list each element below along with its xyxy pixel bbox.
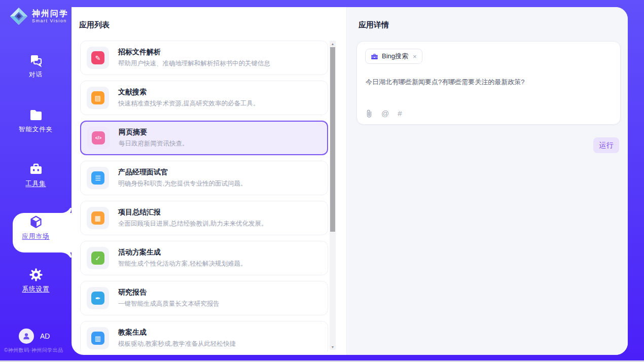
app-card-web-summary[interactable]: </> 网页摘要 每日政府新闻资讯快查。 — [80, 121, 328, 155]
sidebar-item-label: 应用市场 — [0, 232, 71, 241]
app-subtitle: 全面回顾项目进展,总结经验教训,助力未来优化发展。 — [118, 220, 267, 228]
app-title: 产品经理面试官 — [118, 168, 246, 177]
app-icon-tile: ✓ — [87, 247, 109, 269]
app-list: ✎ 招标文件解析 帮助用户快速、准确地理解和解析招标书中的关键信息 ▤ 文献搜索… — [80, 41, 328, 352]
app-icon-tile: ▤ — [87, 87, 109, 109]
scrollbar-thumb[interactable] — [330, 47, 335, 232]
sidebar-item-toolset[interactable]: 工具集 — [0, 162, 71, 199]
app-card-project-summary[interactable]: ▦ 项目总结汇报 全面回顾项目进展,总结经验教训,助力未来优化发展。 — [80, 201, 328, 235]
research-pen-icon: ✒ — [91, 292, 104, 305]
app-card-pm-interviewer[interactable]: ☰ 产品经理面试官 明确身份和职责,为您提供专业性的面试问题。 — [80, 161, 328, 195]
main-content-card: 应用列表 ✎ 招标文件解析 帮助用户快速、准确地理解和解析招标书中的关键信息 ▤… — [71, 7, 628, 355]
tool-chip-bing-search[interactable]: Bing搜索 × — [365, 49, 422, 64]
app-title: 教案生成 — [118, 328, 236, 337]
brand-subtitle: Smart Vision — [32, 18, 68, 23]
hash-icon[interactable]: # — [398, 109, 402, 118]
app-subtitle: 一键智能生成高质量长文本研究报告 — [118, 300, 220, 308]
app-subtitle: 智能生成个性化活动方案,轻松解决规划难题。 — [118, 260, 246, 268]
app-card-literature-search[interactable]: ▤ 文献搜索 快速精准查找学术资源,提高研究效率的必备工具。 — [80, 81, 328, 115]
document-edit-icon: ✎ — [91, 51, 104, 64]
mention-icon[interactable]: @ — [381, 109, 389, 118]
app-list-panel: 应用列表 ✎ 招标文件解析 帮助用户快速、准确地理解和解析招标书中的关键信息 ▤… — [71, 7, 346, 355]
folder-icon — [29, 108, 43, 122]
input-toolbar: @ # — [366, 109, 402, 118]
app-title: 研究报告 — [118, 288, 220, 297]
app-subtitle: 快速精准查找学术资源,提高研究效率的必备工具。 — [118, 99, 259, 108]
app-detail-title: 应用详情 — [359, 20, 389, 30]
app-title: 文献搜索 — [118, 88, 259, 97]
query-input-card[interactable]: Bing搜索 × 今日湖北有哪些新闻要点?有哪些需要关注的最新政策? @ # — [356, 41, 621, 125]
book-icon: ▤ — [91, 91, 104, 104]
app-title: 活动方案生成 — [118, 248, 246, 257]
user-account[interactable]: AD — [19, 329, 50, 344]
app-card-bid-analysis[interactable]: ✎ 招标文件解析 帮助用户快速、准确地理解和解析招标书中的关键信息 — [80, 41, 328, 75]
brand-logo: 神州问学 Smart Vision — [9, 7, 68, 26]
sidebar-item-system-settings[interactable]: 系统设置 — [0, 268, 71, 304]
scrollbar-down-arrow[interactable]: ▼ — [330, 344, 336, 350]
webpage-code-icon: </> — [92, 131, 105, 144]
sidebar-item-label: 智能文件夹 — [0, 125, 71, 134]
brand-name: 神州问学 — [32, 9, 68, 18]
app-icon-tile: ✎ — [87, 47, 109, 69]
scrollbar-up-arrow[interactable]: ▲ — [330, 41, 336, 47]
app-icon-tile: ▥ — [87, 327, 109, 349]
cube-icon — [29, 215, 43, 229]
run-button[interactable]: 运行 — [593, 137, 619, 153]
app-card-lesson-plan[interactable]: ▥ 教案生成 模板驱动,教案秒成,教学准备从此轻松快捷 — [80, 321, 328, 352]
app-icon-tile: ▦ — [87, 207, 109, 229]
gear-icon — [29, 268, 43, 282]
app-card-event-plan[interactable]: ✓ 活动方案生成 智能生成个性化活动方案,轻松解决规划难题。 — [80, 241, 328, 275]
clipboard-check-icon: ✓ — [91, 251, 104, 265]
app-subtitle: 帮助用户快速、准确地理解和解析招标书中的关键信息 — [118, 59, 270, 68]
sidebar: 神州问学 Smart Vision 对话 智能文件夹 工具集 应 — [0, 0, 71, 360]
app-card-research-report[interactable]: ✒ 研究报告 一键智能生成高质量长文本研究报告 — [80, 281, 328, 315]
app-title: 项目总结汇报 — [118, 208, 267, 217]
sidebar-item-smart-folder[interactable]: 智能文件夹 — [0, 108, 71, 144]
toolbox-icon — [29, 162, 43, 176]
sidebar-item-label: 对话 — [0, 70, 71, 79]
app-list-title: 应用列表 — [79, 20, 110, 30]
list-scrollbar[interactable]: ▲ ▼ — [330, 41, 336, 350]
app-title: 招标文件解析 — [118, 48, 270, 57]
app-subtitle: 每日政府新闻资讯快查。 — [119, 139, 189, 148]
report-notepad-icon: ▦ — [91, 211, 104, 225]
books-icon: ▥ — [91, 332, 104, 345]
avatar — [19, 329, 34, 344]
close-icon[interactable]: × — [413, 53, 417, 60]
sidebar-item-app-market[interactable]: 应用市场 — [0, 215, 71, 251]
query-textarea[interactable]: 今日湖北有哪些新闻要点?有哪些需要关注的最新政策? — [366, 77, 609, 87]
app-title: 网页摘要 — [119, 128, 189, 137]
briefcase-icon — [371, 53, 378, 60]
person-icon — [22, 332, 31, 341]
sidebar-item-chat[interactable]: 对话 — [0, 53, 71, 90]
sidebar-footer: ©神州数码·神州问学出品 — [4, 347, 63, 354]
user-name: AD — [40, 332, 50, 340]
app-subtitle: 明确身份和职责,为您提供专业性的面试问题。 — [118, 179, 246, 188]
sidebar-item-label: 系统设置 — [0, 285, 71, 294]
interviewer-icon: ☰ — [91, 171, 104, 185]
app-detail-panel: 应用详情 Bing搜索 × 今日湖北有哪些新闻要点?有哪些需要关注的最新政策? … — [346, 7, 628, 355]
app-icon-tile: </> — [87, 127, 110, 149]
app-icon-tile: ✒ — [87, 287, 109, 309]
app-subtitle: 模板驱动,教案秒成,教学准备从此轻松快捷 — [118, 340, 236, 348]
paperclip-icon[interactable] — [366, 110, 373, 118]
diamond-logo-icon — [9, 7, 28, 26]
app-icon-tile: ☰ — [87, 167, 109, 189]
chat-icon — [29, 53, 43, 67]
sidebar-item-label: 工具集 — [0, 179, 71, 188]
tool-chip-label: Bing搜索 — [382, 52, 408, 61]
